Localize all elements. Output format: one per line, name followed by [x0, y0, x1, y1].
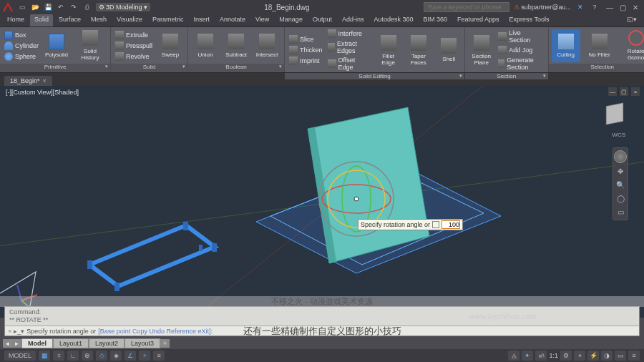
layout-tab-3[interactable]: Layout3 [125, 338, 160, 348]
tab-output[interactable]: Output [308, 14, 336, 26]
qat-save-icon[interactable]: 💾 [43, 2, 53, 12]
tab-home[interactable]: Home [3, 14, 29, 26]
isoplane-icon[interactable]: ◬ [508, 351, 519, 361]
extract-edges-button[interactable]: Extract Edges [326, 39, 374, 55]
revolve-button[interactable]: Revolve [114, 52, 154, 62]
layout-add-icon[interactable]: + [160, 339, 170, 348]
panel-title-solid-editing[interactable]: Solid Editing [285, 73, 464, 79]
annotation-monitor-icon[interactable]: ⌖ [574, 351, 585, 361]
live-section-button[interactable]: Live Section [497, 29, 545, 44]
intersect-button[interactable]: Intersect [253, 29, 281, 62]
add-jog-button[interactable]: Add Jog [497, 45, 545, 55]
scale-label[interactable]: 1:1 [549, 352, 558, 359]
viewport-3d[interactable] [0, 86, 644, 318]
orbit-icon[interactable]: ◯ [615, 192, 626, 204]
tab-annotate[interactable]: Annotate [215, 14, 250, 26]
layout-prev-icon[interactable]: ◂ [3, 339, 12, 348]
qat-open-icon[interactable]: 📂 [30, 2, 40, 12]
dyninput-toggle-icon[interactable]: + [139, 351, 150, 361]
fillet-edge-button[interactable]: Fillet Edge [376, 34, 401, 67]
model-space-button[interactable]: MODEL [4, 351, 36, 361]
workspace-status-icon[interactable]: ⚙ [560, 351, 572, 361]
tab-solid[interactable]: Solid [30, 14, 53, 26]
hardware-accel-icon[interactable]: ⚡ [587, 351, 599, 361]
panel-title-primitive[interactable]: Primitive [0, 64, 110, 72]
annoscale-icon[interactable]: 🗚 [535, 351, 547, 361]
no-filter-button[interactable]: No Filter [582, 29, 617, 62]
tab-parametric[interactable]: Parametric [148, 14, 188, 26]
panel-title-section[interactable]: Section [465, 73, 548, 79]
angle-input[interactable] [441, 220, 460, 229]
panel-title-solid[interactable]: Solid [111, 64, 187, 72]
tab-visualize[interactable]: Visualize [112, 14, 147, 26]
solid-history-button[interactable]: Solid History [73, 29, 107, 62]
customize-status-icon[interactable]: ≡ [628, 351, 640, 361]
tab-bim360[interactable]: BIM 360 [419, 14, 452, 26]
qat-print-icon[interactable]: ⎙ [82, 2, 92, 12]
signin-menu[interactable]: ⚠ subpartner@au... [514, 4, 571, 11]
thicken-button[interactable]: Thicken [288, 45, 324, 55]
interfere-button[interactable]: Interfere [326, 29, 374, 39]
showmotion-icon[interactable]: ▭ [615, 206, 626, 217]
sweep-button[interactable]: Sweep [156, 29, 185, 62]
tab-manage[interactable]: Manage [275, 14, 307, 26]
tab-a360[interactable]: Autodesk 360 [369, 14, 417, 26]
file-tab-close-icon[interactable]: × [43, 77, 47, 84]
tab-insert[interactable]: Insert [189, 14, 214, 26]
section-plane-button[interactable]: Section Plane [468, 34, 494, 67]
panel-title-selection[interactable]: Selection [549, 64, 644, 72]
close-button[interactable]: ✕ [630, 2, 641, 12]
qat-redo-icon[interactable]: ↷ [69, 2, 79, 12]
polar-toggle-icon[interactable]: ⊕ [82, 351, 93, 361]
clean-screen-icon[interactable]: ▭ [615, 351, 626, 361]
tab-view[interactable]: View [251, 14, 273, 26]
layout-tab-1[interactable]: Layout1 [53, 338, 89, 348]
presspull-button[interactable]: Presspull [114, 41, 154, 51]
panel-title-boolean[interactable]: Boolean [188, 64, 284, 72]
extrude-button[interactable]: Extrude [114, 30, 154, 40]
steering-wheel-icon[interactable] [614, 150, 627, 163]
viewport-label[interactable]: [-][Custom View][Shaded] [6, 89, 79, 96]
pan-icon[interactable]: ✥ [615, 165, 626, 177]
wcs-label[interactable]: WCS [612, 132, 625, 138]
lineweight-toggle-icon[interactable]: ≡ [153, 351, 165, 361]
tab-express[interactable]: Express Tools [505, 14, 554, 26]
rotate-gizmo-button[interactable]: Rotate Gizmo [619, 29, 644, 62]
layout-tab-model[interactable]: Model [21, 338, 53, 348]
tab-mesh[interactable]: Mesh [87, 14, 111, 26]
qat-undo-icon[interactable]: ↶ [56, 2, 66, 12]
subtract-button[interactable]: Subtract [222, 29, 250, 62]
3dosnap-toggle-icon[interactable]: ◈ [110, 351, 122, 361]
file-tab[interactable]: 18_Begin* × [4, 76, 52, 86]
shell-button[interactable]: Shell [436, 34, 462, 67]
box-button[interactable]: Box [3, 30, 40, 40]
help-icon[interactable]: ? [590, 2, 600, 12]
grid-toggle-icon[interactable]: ▦ [39, 351, 50, 361]
qat-new-icon[interactable]: ▭ [17, 2, 27, 12]
search-input[interactable] [424, 2, 509, 12]
ribbon-expand-icon[interactable]: ◱▾ [623, 14, 641, 26]
isolate-icon[interactable]: ◑ [601, 351, 613, 361]
maximize-button[interactable]: ▢ [617, 2, 628, 12]
tab-featured[interactable]: Featured Apps [453, 14, 504, 26]
zoom-icon[interactable]: 🔍 [615, 179, 626, 190]
sphere-button[interactable]: Sphere [3, 52, 40, 62]
polysolid-button[interactable]: Polysolid [42, 29, 71, 62]
layout-tab-2[interactable]: Layout2 [89, 338, 125, 348]
gizmo-status-icon[interactable]: ✦ [522, 351, 533, 361]
snap-toggle-icon[interactable]: ⌗ [53, 351, 64, 361]
slice-button[interactable]: Slice [288, 34, 324, 44]
taper-faces-button[interactable]: Taper Faces [404, 34, 434, 67]
workspace-switcher[interactable]: ⚙ 3D Modeling ▾ [96, 3, 150, 11]
exchange-icon[interactable]: ✕ [575, 2, 585, 12]
offset-edge-button[interactable]: Offset Edge [326, 56, 374, 72]
minimize-button[interactable]: — [604, 2, 615, 12]
culling-button[interactable]: Culling [552, 29, 580, 62]
view-cube[interactable] [600, 99, 630, 129]
otrack-toggle-icon[interactable]: ∠ [125, 351, 136, 361]
imprint-button[interactable]: Imprint [288, 56, 324, 66]
cylinder-button[interactable]: Cylinder [3, 41, 40, 51]
layout-next-icon[interactable]: ▸ [12, 339, 21, 348]
ortho-toggle-icon[interactable]: ∟ [67, 351, 79, 361]
tab-surface[interactable]: Surface [54, 14, 85, 26]
